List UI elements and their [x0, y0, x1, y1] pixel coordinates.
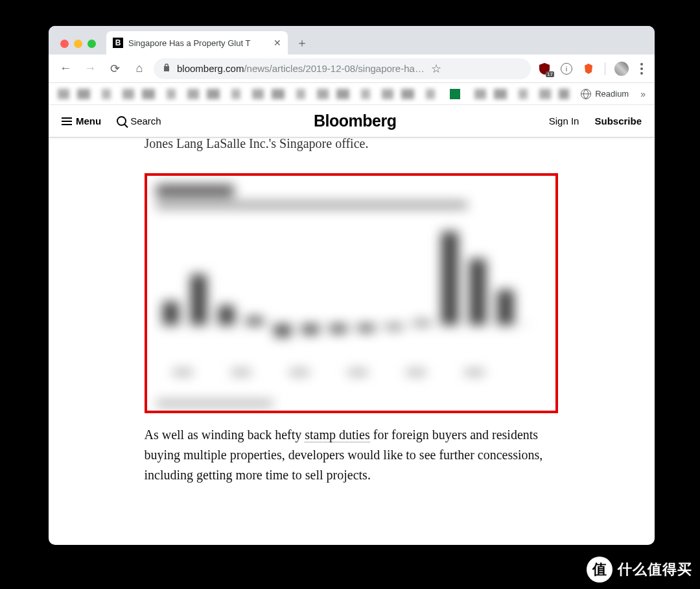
lock-icon [163, 63, 170, 74]
chart-blurred-content [147, 176, 555, 411]
browser-window: B Singapore Has a Property Glut T ✕ ＋ ← … [49, 26, 655, 545]
toolbar-divider [605, 62, 605, 75]
article-body: Jones Lang LaSalle Inc.'s Singapore offi… [145, 138, 559, 485]
bookmarks-blurred [58, 89, 438, 99]
subscribe-link[interactable]: Subscribe [594, 115, 642, 126]
ublock-badge: 17 [546, 71, 554, 77]
brave-icon[interactable] [581, 62, 596, 76]
search-icon [117, 116, 126, 126]
profile-avatar[interactable] [614, 62, 629, 76]
search-label: Search [130, 115, 161, 126]
site-header: Menu Search Bloomberg Sign In Subscribe [49, 105, 655, 138]
extension-icons: 17 i [535, 62, 648, 76]
menu-label: Menu [76, 115, 101, 126]
bookmark-green-icon[interactable] [450, 89, 460, 99]
minimize-window-button[interactable] [74, 40, 82, 48]
site-search-button[interactable]: Search [117, 115, 161, 126]
close-window-button[interactable] [60, 40, 69, 48]
star-icon[interactable]: ☆ [431, 62, 441, 76]
tab-favicon-icon: B [113, 38, 123, 48]
tab-bar: B Singapore Has a Property Glut T ✕ ＋ [49, 26, 655, 54]
browser-menu-button[interactable] [638, 63, 646, 75]
forward-button[interactable]: → [80, 58, 100, 79]
back-button[interactable]: ← [55, 58, 76, 79]
watermark: 值 什么值得买 [587, 557, 692, 583]
info-icon[interactable]: i [561, 63, 572, 75]
url-input[interactable]: bloomberg.com/news/articles/2019-12-08/s… [154, 58, 531, 79]
tab-close-icon[interactable]: ✕ [274, 38, 281, 48]
bookmarks-bar: Readium » [49, 83, 655, 105]
hamburger-icon [62, 117, 72, 125]
ublock-icon[interactable]: 17 [537, 62, 552, 76]
tab-title: Singapore Has a Property Glut T [128, 38, 268, 48]
site-menu-button[interactable]: Menu [62, 115, 101, 126]
article-partial-line: Jones Lang LaSalle Inc.'s Singapore offi… [145, 138, 559, 154]
bookmarks-blurred-2 [474, 89, 570, 99]
bookmarks-overflow-icon[interactable]: » [640, 89, 646, 99]
browser-tab[interactable]: B Singapore Has a Property Glut T ✕ [106, 31, 288, 54]
page-content: Jones Lang LaSalle Inc.'s Singapore offi… [49, 138, 655, 545]
globe-icon [581, 89, 591, 99]
watermark-text: 什么值得买 [618, 560, 692, 579]
address-bar: ← → ⟳ ⌂ bloomberg.com/news/articles/2019… [49, 54, 655, 83]
home-button[interactable]: ⌂ [129, 58, 150, 79]
sign-in-link[interactable]: Sign In [549, 115, 579, 126]
reload-button[interactable]: ⟳ [104, 58, 125, 79]
bookmark-readium-label: Readium [595, 89, 629, 99]
new-tab-button[interactable]: ＋ [293, 34, 311, 52]
stamp-duties-link[interactable]: stamp duties [305, 427, 370, 442]
site-brand[interactable]: Bloomberg [177, 112, 533, 130]
bookmark-readium[interactable]: Readium [581, 89, 629, 99]
url-text: bloomberg.com/news/articles/2019-12-08/s… [177, 63, 425, 74]
maximize-window-button[interactable] [88, 40, 96, 48]
window-controls [56, 40, 102, 54]
watermark-badge-icon: 值 [587, 557, 612, 583]
highlighted-chart [145, 173, 558, 413]
paragraph-text-pre: As well as winding back hefty [145, 427, 305, 442]
article-paragraph: As well as winding back hefty stamp duti… [145, 425, 559, 485]
